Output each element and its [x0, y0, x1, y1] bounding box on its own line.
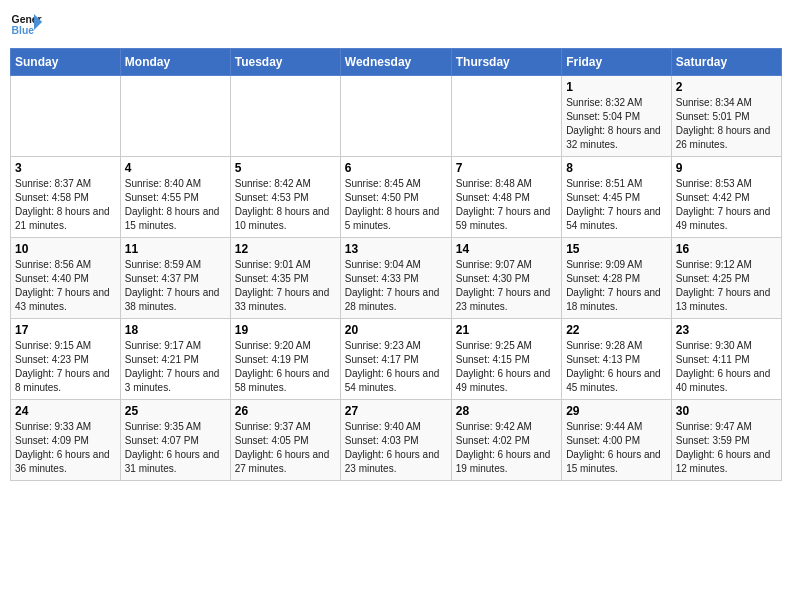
day-info: Sunrise: 9:37 AM Sunset: 4:05 PM Dayligh… [235, 420, 336, 476]
day-info: Sunrise: 8:51 AM Sunset: 4:45 PM Dayligh… [566, 177, 667, 233]
day-info: Sunrise: 8:59 AM Sunset: 4:37 PM Dayligh… [125, 258, 226, 314]
day-info: Sunrise: 8:45 AM Sunset: 4:50 PM Dayligh… [345, 177, 447, 233]
header-sunday: Sunday [11, 49, 121, 76]
day-number: 25 [125, 404, 226, 418]
day-info: Sunrise: 9:30 AM Sunset: 4:11 PM Dayligh… [676, 339, 777, 395]
day-info: Sunrise: 9:23 AM Sunset: 4:17 PM Dayligh… [345, 339, 447, 395]
day-number: 21 [456, 323, 557, 337]
day-info: Sunrise: 9:25 AM Sunset: 4:15 PM Dayligh… [456, 339, 557, 395]
header-friday: Friday [562, 49, 672, 76]
day-number: 18 [125, 323, 226, 337]
day-cell: 13Sunrise: 9:04 AM Sunset: 4:33 PM Dayli… [340, 238, 451, 319]
day-number: 9 [676, 161, 777, 175]
day-info: Sunrise: 9:35 AM Sunset: 4:07 PM Dayligh… [125, 420, 226, 476]
day-cell [11, 76, 121, 157]
day-cell: 4Sunrise: 8:40 AM Sunset: 4:55 PM Daylig… [120, 157, 230, 238]
day-info: Sunrise: 9:17 AM Sunset: 4:21 PM Dayligh… [125, 339, 226, 395]
week-row-0: 1Sunrise: 8:32 AM Sunset: 5:04 PM Daylig… [11, 76, 782, 157]
header-row: SundayMondayTuesdayWednesdayThursdayFrid… [11, 49, 782, 76]
day-cell: 25Sunrise: 9:35 AM Sunset: 4:07 PM Dayli… [120, 400, 230, 481]
week-row-3: 17Sunrise: 9:15 AM Sunset: 4:23 PM Dayli… [11, 319, 782, 400]
day-number: 2 [676, 80, 777, 94]
day-cell: 21Sunrise: 9:25 AM Sunset: 4:15 PM Dayli… [451, 319, 561, 400]
day-info: Sunrise: 9:47 AM Sunset: 3:59 PM Dayligh… [676, 420, 777, 476]
svg-text:Blue: Blue [12, 25, 35, 36]
day-cell: 28Sunrise: 9:42 AM Sunset: 4:02 PM Dayli… [451, 400, 561, 481]
day-number: 7 [456, 161, 557, 175]
day-number: 20 [345, 323, 447, 337]
day-cell: 18Sunrise: 9:17 AM Sunset: 4:21 PM Dayli… [120, 319, 230, 400]
day-info: Sunrise: 8:32 AM Sunset: 5:04 PM Dayligh… [566, 96, 667, 152]
day-cell: 14Sunrise: 9:07 AM Sunset: 4:30 PM Dayli… [451, 238, 561, 319]
day-info: Sunrise: 8:42 AM Sunset: 4:53 PM Dayligh… [235, 177, 336, 233]
day-info: Sunrise: 9:09 AM Sunset: 4:28 PM Dayligh… [566, 258, 667, 314]
day-number: 28 [456, 404, 557, 418]
day-info: Sunrise: 8:37 AM Sunset: 4:58 PM Dayligh… [15, 177, 116, 233]
header: General Blue [10, 10, 782, 42]
logo-icon: General Blue [10, 10, 42, 42]
day-info: Sunrise: 9:33 AM Sunset: 4:09 PM Dayligh… [15, 420, 116, 476]
day-cell: 1Sunrise: 8:32 AM Sunset: 5:04 PM Daylig… [562, 76, 672, 157]
day-cell: 26Sunrise: 9:37 AM Sunset: 4:05 PM Dayli… [230, 400, 340, 481]
day-cell: 30Sunrise: 9:47 AM Sunset: 3:59 PM Dayli… [671, 400, 781, 481]
day-info: Sunrise: 9:01 AM Sunset: 4:35 PM Dayligh… [235, 258, 336, 314]
day-info: Sunrise: 8:34 AM Sunset: 5:01 PM Dayligh… [676, 96, 777, 152]
day-cell: 22Sunrise: 9:28 AM Sunset: 4:13 PM Dayli… [562, 319, 672, 400]
day-info: Sunrise: 9:12 AM Sunset: 4:25 PM Dayligh… [676, 258, 777, 314]
day-cell: 16Sunrise: 9:12 AM Sunset: 4:25 PM Dayli… [671, 238, 781, 319]
day-number: 6 [345, 161, 447, 175]
header-tuesday: Tuesday [230, 49, 340, 76]
day-info: Sunrise: 9:42 AM Sunset: 4:02 PM Dayligh… [456, 420, 557, 476]
week-row-4: 24Sunrise: 9:33 AM Sunset: 4:09 PM Dayli… [11, 400, 782, 481]
day-info: Sunrise: 9:44 AM Sunset: 4:00 PM Dayligh… [566, 420, 667, 476]
day-cell [340, 76, 451, 157]
day-info: Sunrise: 9:20 AM Sunset: 4:19 PM Dayligh… [235, 339, 336, 395]
day-cell: 2Sunrise: 8:34 AM Sunset: 5:01 PM Daylig… [671, 76, 781, 157]
day-number: 1 [566, 80, 667, 94]
day-cell: 7Sunrise: 8:48 AM Sunset: 4:48 PM Daylig… [451, 157, 561, 238]
day-number: 16 [676, 242, 777, 256]
day-info: Sunrise: 9:15 AM Sunset: 4:23 PM Dayligh… [15, 339, 116, 395]
day-number: 19 [235, 323, 336, 337]
logo: General Blue [10, 10, 42, 42]
day-cell: 12Sunrise: 9:01 AM Sunset: 4:35 PM Dayli… [230, 238, 340, 319]
day-number: 14 [456, 242, 557, 256]
day-cell: 9Sunrise: 8:53 AM Sunset: 4:42 PM Daylig… [671, 157, 781, 238]
day-number: 30 [676, 404, 777, 418]
day-number: 29 [566, 404, 667, 418]
day-info: Sunrise: 9:28 AM Sunset: 4:13 PM Dayligh… [566, 339, 667, 395]
day-number: 10 [15, 242, 116, 256]
day-number: 3 [15, 161, 116, 175]
day-number: 15 [566, 242, 667, 256]
day-cell: 23Sunrise: 9:30 AM Sunset: 4:11 PM Dayli… [671, 319, 781, 400]
day-number: 5 [235, 161, 336, 175]
week-row-2: 10Sunrise: 8:56 AM Sunset: 4:40 PM Dayli… [11, 238, 782, 319]
day-number: 13 [345, 242, 447, 256]
header-thursday: Thursday [451, 49, 561, 76]
day-number: 12 [235, 242, 336, 256]
day-cell: 17Sunrise: 9:15 AM Sunset: 4:23 PM Dayli… [11, 319, 121, 400]
day-cell: 3Sunrise: 8:37 AM Sunset: 4:58 PM Daylig… [11, 157, 121, 238]
day-number: 24 [15, 404, 116, 418]
header-saturday: Saturday [671, 49, 781, 76]
day-cell: 29Sunrise: 9:44 AM Sunset: 4:00 PM Dayli… [562, 400, 672, 481]
day-info: Sunrise: 9:40 AM Sunset: 4:03 PM Dayligh… [345, 420, 447, 476]
day-cell: 27Sunrise: 9:40 AM Sunset: 4:03 PM Dayli… [340, 400, 451, 481]
day-number: 8 [566, 161, 667, 175]
day-info: Sunrise: 8:48 AM Sunset: 4:48 PM Dayligh… [456, 177, 557, 233]
week-row-1: 3Sunrise: 8:37 AM Sunset: 4:58 PM Daylig… [11, 157, 782, 238]
day-info: Sunrise: 9:07 AM Sunset: 4:30 PM Dayligh… [456, 258, 557, 314]
day-cell: 19Sunrise: 9:20 AM Sunset: 4:19 PM Dayli… [230, 319, 340, 400]
day-cell: 24Sunrise: 9:33 AM Sunset: 4:09 PM Dayli… [11, 400, 121, 481]
calendar-table: SundayMondayTuesdayWednesdayThursdayFrid… [10, 48, 782, 481]
day-cell [451, 76, 561, 157]
header-monday: Monday [120, 49, 230, 76]
day-info: Sunrise: 8:40 AM Sunset: 4:55 PM Dayligh… [125, 177, 226, 233]
day-number: 11 [125, 242, 226, 256]
day-cell: 5Sunrise: 8:42 AM Sunset: 4:53 PM Daylig… [230, 157, 340, 238]
day-cell: 8Sunrise: 8:51 AM Sunset: 4:45 PM Daylig… [562, 157, 672, 238]
day-number: 23 [676, 323, 777, 337]
day-number: 27 [345, 404, 447, 418]
day-number: 17 [15, 323, 116, 337]
day-number: 22 [566, 323, 667, 337]
